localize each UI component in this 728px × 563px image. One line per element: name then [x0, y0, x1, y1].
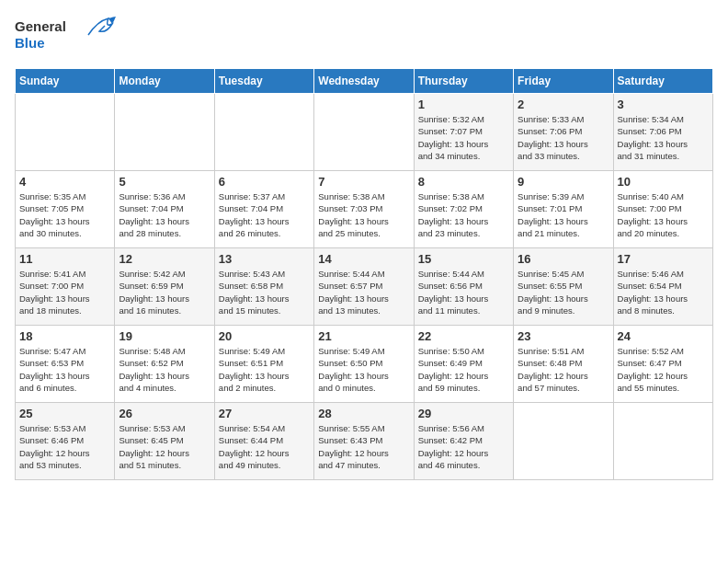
day-info: Sunrise: 5:45 AM Sunset: 6:55 PM Dayligh…	[518, 268, 609, 316]
day-number: 3	[618, 98, 709, 111]
calendar-cell: 25Sunrise: 5:53 AM Sunset: 6:46 PM Dayli…	[16, 403, 115, 480]
calendar-cell: 16Sunrise: 5:45 AM Sunset: 6:55 PM Dayli…	[514, 248, 613, 326]
day-info: Sunrise: 5:36 AM Sunset: 7:04 PM Dayligh…	[119, 190, 210, 239]
calendar-cell: 18Sunrise: 5:47 AM Sunset: 6:53 PM Dayli…	[16, 326, 115, 403]
calendar-cell	[613, 403, 712, 480]
calendar-cell: 17Sunrise: 5:46 AM Sunset: 6:54 PM Dayli…	[613, 248, 712, 326]
day-info: Sunrise: 5:43 AM Sunset: 6:58 PM Dayligh…	[219, 268, 310, 316]
calendar-cell: 9Sunrise: 5:39 AM Sunset: 7:01 PM Daylig…	[514, 171, 613, 248]
header-row: SundayMondayTuesdayWednesdayThursdayFrid…	[16, 69, 713, 94]
day-number: 13	[219, 252, 310, 266]
day-number: 28	[318, 407, 409, 420]
calendar-week-2: 4Sunrise: 5:35 AM Sunset: 7:05 PM Daylig…	[16, 171, 713, 248]
calendar-body: 1Sunrise: 5:32 AM Sunset: 7:07 PM Daylig…	[16, 94, 713, 480]
calendar-cell: 8Sunrise: 5:38 AM Sunset: 7:02 PM Daylig…	[414, 171, 513, 248]
calendar-cell: 10Sunrise: 5:40 AM Sunset: 7:00 PM Dayli…	[613, 171, 712, 248]
day-number: 6	[219, 175, 310, 189]
calendar-cell: 29Sunrise: 5:56 AM Sunset: 6:42 PM Dayli…	[414, 403, 513, 480]
logo-svg: General Blue	[15, 15, 125, 59]
calendar-cell: 3Sunrise: 5:34 AM Sunset: 7:06 PM Daylig…	[613, 94, 712, 171]
day-number: 19	[119, 329, 210, 343]
calendar-cell	[514, 403, 613, 480]
day-number: 15	[418, 252, 509, 266]
day-info: Sunrise: 5:49 AM Sunset: 6:50 PM Dayligh…	[318, 345, 409, 394]
day-info: Sunrise: 5:32 AM Sunset: 7:07 PM Dayligh…	[418, 113, 509, 162]
header-cell-friday: Friday	[514, 69, 613, 94]
day-info: Sunrise: 5:41 AM Sunset: 7:00 PM Dayligh…	[19, 268, 110, 316]
day-info: Sunrise: 5:35 AM Sunset: 7:05 PM Dayligh…	[19, 190, 110, 239]
calendar-cell: 22Sunrise: 5:50 AM Sunset: 6:49 PM Dayli…	[414, 326, 513, 403]
calendar-cell: 5Sunrise: 5:36 AM Sunset: 7:04 PM Daylig…	[115, 171, 214, 248]
day-number: 27	[219, 407, 310, 420]
day-info: Sunrise: 5:46 AM Sunset: 6:54 PM Dayligh…	[618, 268, 709, 316]
day-number: 26	[119, 407, 210, 420]
day-info: Sunrise: 5:55 AM Sunset: 6:43 PM Dayligh…	[318, 422, 409, 471]
day-number: 17	[618, 252, 709, 266]
calendar-cell: 23Sunrise: 5:51 AM Sunset: 6:48 PM Dayli…	[514, 326, 613, 403]
calendar-cell: 28Sunrise: 5:55 AM Sunset: 6:43 PM Dayli…	[314, 403, 414, 480]
logo: General Blue	[15, 15, 125, 59]
calendar-cell: 7Sunrise: 5:38 AM Sunset: 7:03 PM Daylig…	[314, 171, 414, 248]
day-info: Sunrise: 5:39 AM Sunset: 7:01 PM Dayligh…	[518, 190, 609, 239]
calendar-table: SundayMondayTuesdayWednesdayThursdayFrid…	[15, 68, 713, 480]
day-number: 10	[618, 175, 709, 189]
day-info: Sunrise: 5:37 AM Sunset: 7:04 PM Dayligh…	[219, 190, 310, 239]
day-number: 12	[119, 252, 210, 266]
day-number: 14	[318, 252, 409, 266]
calendar-cell: 6Sunrise: 5:37 AM Sunset: 7:04 PM Daylig…	[214, 171, 313, 248]
calendar-cell: 24Sunrise: 5:52 AM Sunset: 6:47 PM Dayli…	[613, 326, 712, 403]
day-number: 23	[518, 329, 609, 343]
calendar-header: SundayMondayTuesdayWednesdayThursdayFrid…	[16, 69, 713, 94]
page-header: General Blue	[15, 15, 713, 59]
calendar-cell	[214, 94, 313, 171]
svg-text:General: General	[15, 18, 66, 34]
day-number: 25	[19, 407, 110, 420]
day-number: 21	[318, 329, 409, 343]
day-number: 8	[418, 175, 509, 189]
calendar-cell: 20Sunrise: 5:49 AM Sunset: 6:51 PM Dayli…	[214, 326, 313, 403]
day-number: 18	[19, 329, 110, 343]
day-info: Sunrise: 5:53 AM Sunset: 6:46 PM Dayligh…	[19, 422, 110, 471]
day-number: 29	[418, 407, 509, 420]
day-info: Sunrise: 5:48 AM Sunset: 6:52 PM Dayligh…	[119, 345, 210, 394]
day-number: 7	[318, 175, 409, 189]
day-number: 11	[19, 252, 110, 266]
day-info: Sunrise: 5:40 AM Sunset: 7:00 PM Dayligh…	[618, 190, 709, 239]
day-info: Sunrise: 5:33 AM Sunset: 7:06 PM Dayligh…	[518, 113, 609, 162]
header-cell-wednesday: Wednesday	[314, 69, 414, 94]
calendar-cell: 21Sunrise: 5:49 AM Sunset: 6:50 PM Dayli…	[314, 326, 414, 403]
header-cell-monday: Monday	[115, 69, 214, 94]
calendar-cell: 12Sunrise: 5:42 AM Sunset: 6:59 PM Dayli…	[115, 248, 214, 326]
calendar-cell: 4Sunrise: 5:35 AM Sunset: 7:05 PM Daylig…	[16, 171, 115, 248]
day-info: Sunrise: 5:52 AM Sunset: 6:47 PM Dayligh…	[618, 345, 709, 394]
day-info: Sunrise: 5:51 AM Sunset: 6:48 PM Dayligh…	[518, 345, 609, 394]
day-number: 4	[19, 175, 110, 189]
day-number: 24	[618, 329, 709, 343]
day-number: 22	[418, 329, 509, 343]
svg-text:Blue: Blue	[15, 35, 45, 51]
day-info: Sunrise: 5:50 AM Sunset: 6:49 PM Dayligh…	[418, 345, 509, 394]
day-number: 20	[219, 329, 310, 343]
header-cell-saturday: Saturday	[613, 69, 712, 94]
header-cell-sunday: Sunday	[16, 69, 115, 94]
day-number: 1	[418, 98, 509, 111]
calendar-cell: 2Sunrise: 5:33 AM Sunset: 7:06 PM Daylig…	[514, 94, 613, 171]
calendar-week-5: 25Sunrise: 5:53 AM Sunset: 6:46 PM Dayli…	[16, 403, 713, 480]
calendar-week-4: 18Sunrise: 5:47 AM Sunset: 6:53 PM Dayli…	[16, 326, 713, 403]
day-info: Sunrise: 5:53 AM Sunset: 6:45 PM Dayligh…	[119, 422, 210, 471]
calendar-cell: 14Sunrise: 5:44 AM Sunset: 6:57 PM Dayli…	[314, 248, 414, 326]
calendar-cell: 11Sunrise: 5:41 AM Sunset: 7:00 PM Dayli…	[16, 248, 115, 326]
day-info: Sunrise: 5:44 AM Sunset: 6:56 PM Dayligh…	[418, 268, 509, 316]
calendar-cell	[115, 94, 214, 171]
day-number: 5	[119, 175, 210, 189]
day-info: Sunrise: 5:54 AM Sunset: 6:44 PM Dayligh…	[219, 422, 310, 471]
calendar-cell: 26Sunrise: 5:53 AM Sunset: 6:45 PM Dayli…	[115, 403, 214, 480]
day-info: Sunrise: 5:34 AM Sunset: 7:06 PM Dayligh…	[618, 113, 709, 162]
day-info: Sunrise: 5:42 AM Sunset: 6:59 PM Dayligh…	[119, 268, 210, 316]
day-info: Sunrise: 5:44 AM Sunset: 6:57 PM Dayligh…	[318, 268, 409, 316]
calendar-cell	[16, 94, 115, 171]
day-number: 2	[518, 98, 609, 111]
calendar-cell: 1Sunrise: 5:32 AM Sunset: 7:07 PM Daylig…	[414, 94, 513, 171]
calendar-cell: 27Sunrise: 5:54 AM Sunset: 6:44 PM Dayli…	[214, 403, 313, 480]
calendar-week-3: 11Sunrise: 5:41 AM Sunset: 7:00 PM Dayli…	[16, 248, 713, 326]
